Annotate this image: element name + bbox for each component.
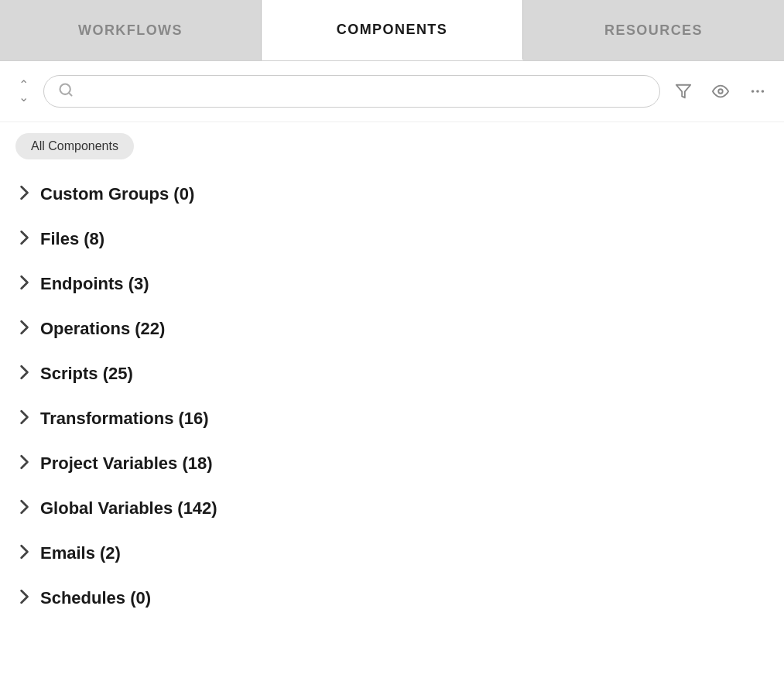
component-item-transformations[interactable]: Transformations (16) (0, 396, 784, 441)
filter-button[interactable] (669, 77, 697, 105)
component-item-files[interactable]: Files (8) (0, 217, 784, 262)
component-item-schedules[interactable]: Schedules (0) (0, 576, 784, 621)
search-input[interactable] (81, 84, 645, 99)
tab-resources[interactable]: RESOURCES (523, 0, 784, 60)
more-options-button[interactable] (744, 77, 772, 105)
component-item-endpoints[interactable]: Endpoints (3) (0, 262, 784, 306)
component-label-custom-groups: Custom Groups (0) (40, 184, 194, 204)
svg-line-1 (69, 93, 72, 96)
chevron-down-icon: ⌄ (19, 91, 29, 104)
chevron-icon-endpoints (19, 275, 29, 294)
chevron-icon-scripts (19, 365, 29, 384)
svg-point-3 (718, 89, 723, 94)
chevron-icon-project-variables (19, 454, 29, 474)
chevron-icon-emails (19, 544, 29, 563)
search-area: ⌃ ⌄ (0, 61, 784, 122)
component-item-emails[interactable]: Emails (2) (0, 531, 784, 576)
component-label-operations: Operations (22) (40, 319, 165, 339)
chevron-icon-global-variables (19, 499, 29, 519)
chevron-icon-transformations (19, 409, 29, 429)
component-label-emails: Emails (2) (40, 543, 121, 563)
chevron-up-icon: ⌃ (19, 79, 29, 91)
filter-area: All Components (0, 122, 784, 166)
component-label-schedules: Schedules (0) (40, 588, 151, 608)
search-wrapper (43, 75, 660, 108)
component-label-files: Files (8) (40, 229, 104, 249)
component-label-transformations: Transformations (16) (40, 409, 209, 429)
sort-toggle-button[interactable]: ⌃ ⌄ (12, 79, 34, 104)
chevron-icon-files (19, 230, 29, 249)
component-item-scripts[interactable]: Scripts (25) (0, 351, 784, 396)
visibility-button[interactable] (707, 77, 734, 105)
chevron-icon-custom-groups (19, 185, 29, 204)
svg-point-5 (756, 90, 759, 93)
component-label-endpoints: Endpoints (3) (40, 274, 149, 294)
tab-workflows[interactable]: WORKFLOWS (0, 0, 262, 60)
component-item-operations[interactable]: Operations (22) (0, 306, 784, 351)
chevron-icon-schedules (19, 589, 29, 608)
component-list: Custom Groups (0)Files (8)Endpoints (3)O… (0, 166, 784, 627)
component-label-project-variables: Project Variables (18) (40, 454, 213, 474)
component-item-global-variables[interactable]: Global Variables (142) (0, 486, 784, 531)
search-icon (58, 82, 74, 101)
tab-components[interactable]: COMPONENTS (262, 0, 523, 60)
component-label-global-variables: Global Variables (142) (40, 498, 217, 519)
svg-point-4 (751, 90, 755, 93)
svg-marker-2 (676, 85, 690, 98)
component-label-scripts: Scripts (25) (40, 364, 133, 384)
all-components-badge[interactable]: All Components (15, 133, 134, 159)
svg-point-6 (762, 90, 765, 93)
component-item-project-variables[interactable]: Project Variables (18) (0, 441, 784, 486)
chevron-icon-operations (19, 320, 29, 339)
tab-bar: WORKFLOWS COMPONENTS RESOURCES (0, 0, 784, 61)
component-item-custom-groups[interactable]: Custom Groups (0) (0, 172, 784, 217)
